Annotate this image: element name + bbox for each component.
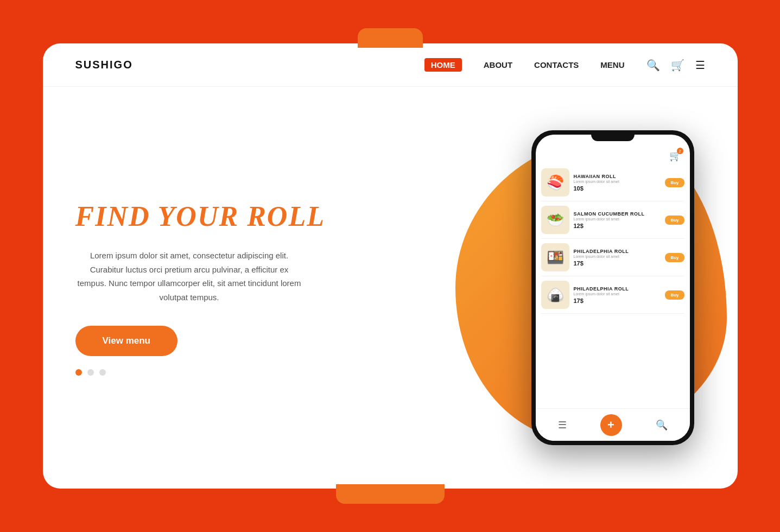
right-side: 🛒 2 🍣 HAWAIIAN ROLL Lorem ipsum dolor si… xyxy=(401,87,738,489)
phone-menu-icon[interactable]: ☰ xyxy=(558,419,567,431)
sushi-list: 🍣 HAWAIIAN ROLL Lorem ipsum dolor sit am… xyxy=(536,164,690,314)
buy-button-2[interactable]: Buy xyxy=(665,216,684,225)
dot-2[interactable] xyxy=(87,369,94,376)
nav-home[interactable]: HOME xyxy=(424,58,462,72)
sushi-price-3: 17$ xyxy=(574,260,661,267)
sushi-name-2: SALMON CUCUMBER ROLL xyxy=(574,211,661,217)
hero-description: Lorem ipsum dolor sit amet, consectetur … xyxy=(75,249,303,304)
sushi-name-1: HAWAIIAN ROLL xyxy=(574,174,661,179)
sushi-image-2: 🥗 xyxy=(541,206,569,234)
sushi-price-4: 17$ xyxy=(574,297,661,304)
phone-mockup: 🛒 2 🍣 HAWAIIAN ROLL Lorem ipsum dolor si… xyxy=(531,130,694,445)
left-side: FIND YOUR ROLL Lorem ipsum dolor sit ame… xyxy=(43,87,401,489)
sushi-price-1: 10$ xyxy=(574,185,661,192)
menu-icon[interactable]: ☰ xyxy=(695,59,705,72)
buy-button-3[interactable]: Buy xyxy=(665,253,684,262)
sushi-desc-1: Lorem ipsum dolor sit amet xyxy=(574,180,661,183)
buy-button-1[interactable]: Buy xyxy=(665,178,684,187)
buy-button-4[interactable]: Buy xyxy=(665,290,684,300)
phone-cart-icon[interactable]: 🛒 2 xyxy=(669,150,681,162)
top-tab xyxy=(358,28,423,48)
sushi-desc-2: Lorem ipsum dolor sit amet xyxy=(574,217,661,221)
sushi-item: 🍣 HAWAIIAN ROLL Lorem ipsum dolor sit am… xyxy=(541,164,684,201)
phone-search-icon[interactable]: 🔍 xyxy=(656,419,668,431)
phone-inner: 🛒 2 🍣 HAWAIIAN ROLL Lorem ipsum dolor si… xyxy=(536,135,690,441)
phone-bottom-nav: ☰ + 🔍 xyxy=(536,408,690,441)
sushi-price-2: 12$ xyxy=(574,223,661,229)
nav-contacts[interactable]: CONTACTS xyxy=(534,60,579,69)
sushi-info-4: PHILADELPHIA ROLL Lorem ipsum dolor sit … xyxy=(574,286,661,304)
cart-icon[interactable]: 🛒 xyxy=(671,59,684,72)
dot-3[interactable] xyxy=(99,369,106,376)
nav-links: HOME ABOUT CONTACTS MENU xyxy=(424,58,625,72)
sushi-item: 🥗 SALMON CUCUMBER ROLL Lorem ipsum dolor… xyxy=(541,201,684,239)
sushi-desc-4: Lorem ipsum dolor sit amet xyxy=(574,292,661,296)
main-card: SUSHIGO HOME ABOUT CONTACTS MENU 🔍 🛒 ☰ F… xyxy=(43,43,738,489)
sushi-name-3: PHILADELPHIA ROLL xyxy=(574,249,661,254)
sushi-info-3: PHILADELPHIA ROLL Lorem ipsum dolor sit … xyxy=(574,249,661,267)
main-content: FIND YOUR ROLL Lorem ipsum dolor sit ame… xyxy=(43,87,738,489)
search-icon[interactable]: 🔍 xyxy=(646,59,660,72)
sushi-info-1: HAWAIIAN ROLL Lorem ipsum dolor sit amet… xyxy=(574,174,661,192)
phone-notch xyxy=(591,130,635,141)
sushi-desc-3: Lorem ipsum dolor sit amet xyxy=(574,255,661,258)
dot-1[interactable] xyxy=(75,369,82,376)
nav-about[interactable]: ABOUT xyxy=(484,60,512,69)
sushi-name-4: PHILADELPHIA ROLL xyxy=(574,286,661,292)
view-menu-button[interactable]: View menu xyxy=(75,326,178,356)
pagination-dots xyxy=(75,369,369,376)
hero-title: FIND YOUR ROLL xyxy=(75,200,369,233)
nav-icons: 🔍 🛒 ☰ xyxy=(646,59,705,72)
sushi-image-3: 🍱 xyxy=(541,243,569,271)
navbar: SUSHIGO HOME ABOUT CONTACTS MENU 🔍 🛒 ☰ xyxy=(43,43,738,87)
phone-plus-button[interactable]: + xyxy=(600,414,622,436)
sushi-info-2: SALMON CUCUMBER ROLL Lorem ipsum dolor s… xyxy=(574,211,661,229)
sushi-item: 🍙 PHILADELPHIA ROLL Lorem ipsum dolor si… xyxy=(541,276,684,314)
nav-menu[interactable]: MENU xyxy=(600,60,624,69)
logo: SUSHIGO xyxy=(75,59,133,71)
sushi-image-1: 🍣 xyxy=(541,168,569,197)
cart-badge: 2 xyxy=(677,148,683,154)
sushi-image-4: 🍙 xyxy=(541,281,569,309)
sushi-item: 🍱 PHILADELPHIA ROLL Lorem ipsum dolor si… xyxy=(541,239,684,276)
